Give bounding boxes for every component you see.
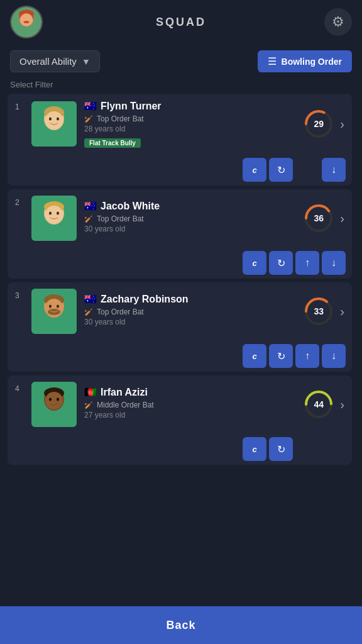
player-avatar [31,196,77,241]
svg-point-4 [20,13,33,26]
player-main-row: 1 🇦🇺 Flynn Turner 🏏 Top Order Bat 28 yea [8,94,352,154]
player-avatar [31,101,77,147]
player-rating: 33 [314,306,324,316]
player-main-row: 3 🇦🇺 Zachary Robinson 🏏 Top Order Bat [8,282,352,340]
player-card: 3 🇦🇺 Zachary Robinson 🏏 Top Order Bat [8,282,352,372]
player-role-row: 🏏 Top Order Bat [84,308,295,316]
move-down-button[interactable]: ↓ [322,344,346,368]
svg-rect-22 [41,230,67,241]
svg-rect-41 [41,416,67,427]
move-up-button[interactable]: ↑ [295,344,319,368]
player-number: 1 [15,100,24,111]
player-name-row: 🇦🇺 Flynn Turner [84,100,295,112]
user-avatar[interactable] [10,6,43,38]
chevron-down-icon: ▼ [82,57,90,67]
player-name: Jacob White [101,201,160,212]
player-age: 27 years old [84,411,295,419]
player-age: 28 years old [84,125,295,133]
captain-button[interactable]: c [243,158,266,182]
bowling-order-label: Bowling Order [282,57,342,67]
svg-rect-13 [41,135,67,147]
player-detail-chevron[interactable]: › [340,304,344,319]
player-name: Irfan Azizi [101,387,148,398]
bat-icon: 🏏 [84,215,93,223]
captain-button[interactable]: c [243,437,266,461]
gear-icon: ⚙ [332,14,344,30]
filters-row: Overall Ability ▼ ☰ Bowling Order [0,44,362,79]
player-rating: 44 [314,399,324,409]
rating-circle: 44 [302,388,335,421]
settings-button[interactable]: ⚙ [324,8,352,36]
player-rating-area: 33 › [302,295,344,328]
svg-point-30 [57,305,59,308]
player-number: 2 [15,196,24,207]
player-rating-area: 29 › [302,108,344,140]
bowling-order-button[interactable]: ☰ Bowling Order [258,50,352,72]
player-info: 🇦🇺 Jacob White 🏏 Top Order Bat 30 years … [84,200,295,236]
refresh-button[interactable]: ↻ [269,437,293,461]
player-info: 🇦🇺 Flynn Turner 🏏 Top Order Bat 28 years… [84,100,295,148]
filter-dropdown[interactable]: Overall Ability ▼ [10,50,100,72]
player-flag-icon: 🇦🇺 [84,200,97,212]
svg-point-12 [57,118,59,121]
player-badge: Flat Track Bully [84,138,141,148]
svg-rect-6 [16,30,36,37]
svg-point-10 [45,111,63,129]
player-avatar [31,382,77,427]
player-flag-icon: 🇦🇺 [84,293,97,305]
player-detail-chevron[interactable]: › [340,211,344,226]
select-filter-hint: Select Filter [0,79,362,90]
captain-button[interactable]: c [243,344,266,368]
player-main-row: 4 🇦🇫 Irfan Azizi 🏏 Middle Order Bat 27 y [8,375,352,433]
player-name-row: 🇦🇺 Jacob White [84,200,295,212]
bat-icon: 🏏 [84,115,93,123]
player-rating-area: 44 › [302,388,344,421]
player-role: Middle Order Bat [97,401,154,409]
player-list: 1 🇦🇺 Flynn Turner 🏏 Top Order Bat 28 yea [0,90,362,594]
action-row: c ↻ ↓ [8,154,352,186]
svg-point-39 [49,398,52,401]
rating-circle: 36 [302,202,335,235]
page-title: SQUAD [156,16,206,29]
captain-button[interactable]: c [243,251,266,275]
player-card: 2 🇦🇺 Jacob White 🏏 Top Order Bat 30 year [8,189,352,279]
player-age: 30 years old [84,318,295,326]
refresh-button[interactable]: ↻ [269,251,293,275]
player-card: 1 🇦🇺 Flynn Turner 🏏 Top Order Bat 28 yea [8,94,352,186]
player-flag-icon: 🇦🇺 [84,100,97,112]
bat-icon: 🏏 [84,401,93,409]
player-flag-icon: 🇦🇫 [84,386,97,398]
player-detail-chevron[interactable]: › [340,117,344,131]
rating-circle: 29 [302,108,335,140]
move-down-button[interactable]: ↓ [322,158,346,182]
refresh-button[interactable]: ↻ [269,158,293,182]
refresh-button[interactable]: ↻ [269,344,293,368]
player-rating-area: 36 › [302,202,344,235]
back-label: Back [166,619,195,632]
player-number: 4 [15,382,24,393]
player-card: 4 🇦🇫 Irfan Azizi 🏏 Middle Order Bat 27 y [8,375,352,465]
action-row: c ↻ ↑ ↓ [8,247,352,279]
svg-point-11 [49,118,52,121]
svg-point-29 [49,305,52,308]
player-main-row: 2 🇦🇺 Jacob White 🏏 Top Order Bat 30 year [8,189,352,247]
svg-point-40 [57,398,59,401]
player-info: 🇦🇺 Zachary Robinson 🏏 Top Order Bat 30 y… [84,293,295,330]
svg-point-21 [57,212,59,215]
move-down-button[interactable]: ↓ [322,251,346,275]
player-info: 🇦🇫 Irfan Azizi 🏏 Middle Order Bat 27 yea… [84,386,295,423]
svg-point-38 [45,392,63,409]
player-role-row: 🏏 Top Order Bat [84,114,295,123]
player-rating: 29 [314,119,324,129]
player-role-row: 🏏 Middle Order Bat [84,401,295,409]
back-button[interactable]: Back [0,606,362,644]
player-detail-chevron[interactable]: › [340,397,344,412]
move-up-button[interactable]: ↑ [295,251,319,275]
player-name-row: 🇦🇫 Irfan Azizi [84,386,295,398]
svg-rect-32 [41,323,67,334]
player-name-row: 🇦🇺 Zachary Robinson [84,293,295,305]
header: SQUAD ⚙ [0,0,362,44]
filter-dropdown-label: Overall Ability [19,56,77,67]
svg-point-20 [49,212,52,215]
player-name: Flynn Turner [101,101,162,112]
